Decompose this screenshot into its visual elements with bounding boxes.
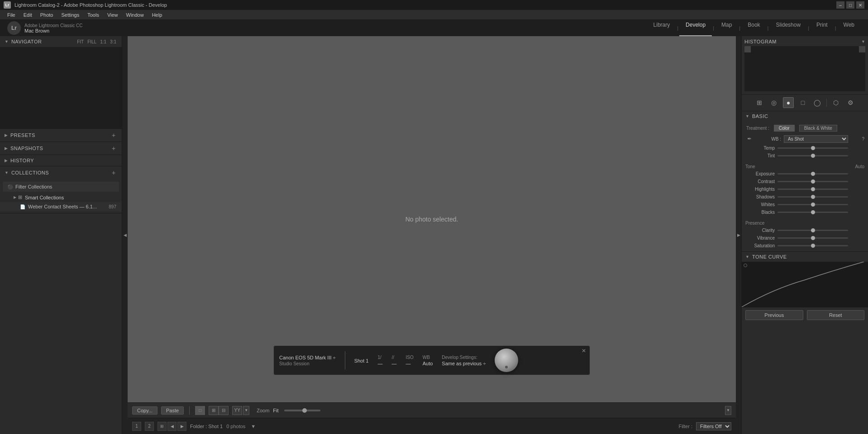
menu-help[interactable]: Help xyxy=(148,11,166,19)
toolbar-collapse-button[interactable]: ▼ xyxy=(725,406,731,415)
histogram-clipping-left[interactable] xyxy=(744,46,751,52)
tone-curve-header[interactable]: ▼ Tone Curve xyxy=(742,252,868,262)
zoom-slider[interactable] xyxy=(284,410,320,411)
settings-tool-button[interactable]: ⚙ xyxy=(845,97,856,108)
camera-info-close[interactable]: ✕ xyxy=(582,348,586,354)
filter-collections-bar[interactable]: ⚫ Filter Collections xyxy=(3,182,119,192)
menu-view[interactable]: View xyxy=(104,11,122,19)
view-single-button[interactable]: □ xyxy=(195,406,205,415)
menu-file[interactable]: File xyxy=(4,11,19,19)
fs-next-btn[interactable]: ▶ xyxy=(177,422,186,431)
contrast-slider[interactable] xyxy=(777,181,848,182)
fs-frame2-button[interactable]: 2 xyxy=(145,422,154,431)
fs-grid-view[interactable]: ⊞ xyxy=(157,422,167,431)
clarity-label: Clarity xyxy=(745,228,775,233)
presets-header[interactable]: ▶ Presets + xyxy=(0,129,122,142)
fit-opt-3-1[interactable]: 3:1 xyxy=(109,39,117,44)
menu-window[interactable]: Window xyxy=(123,11,148,19)
reset-button[interactable]: Reset xyxy=(807,310,865,320)
collections-section: ▼ Collections + ⚫ Filter Collections ▶ xyxy=(0,166,122,213)
histogram-clipping-right[interactable] xyxy=(859,46,865,52)
fs-prev-btn[interactable]: ◀ xyxy=(167,422,176,431)
main-canvas: No photo selected. ✕ Canon EOS 5D Mark I… xyxy=(128,36,736,402)
xy-dropdown[interactable]: ▼ xyxy=(243,406,249,415)
tone-curve-label: Tone Curve xyxy=(752,254,864,259)
auto-button[interactable]: Auto xyxy=(855,164,864,169)
red-eye-button[interactable]: ● xyxy=(783,97,794,108)
left-collapse-tab[interactable]: ◀ xyxy=(122,36,128,434)
shadows-slider[interactable] xyxy=(777,196,848,198)
snapshots-add-button[interactable]: + xyxy=(110,145,117,152)
saturation-slider[interactable] xyxy=(777,245,848,246)
radial-filter-button[interactable]: ◯ xyxy=(812,97,823,108)
menu-photo[interactable]: Photo xyxy=(37,11,57,19)
xy-button[interactable]: YY xyxy=(232,406,242,415)
minimize-button[interactable]: – xyxy=(836,1,844,9)
ci-develop-value[interactable]: Same as previous ÷ xyxy=(442,361,486,366)
basic-content: Treatment : Color Black & White ✒ WB : A… xyxy=(742,121,868,251)
wb-value: ? xyxy=(851,137,864,142)
graduated-filter-button[interactable]: □ xyxy=(797,97,808,108)
collections-header[interactable]: ▼ Collections + xyxy=(0,166,122,179)
highlights-slider[interactable] xyxy=(777,189,848,190)
clarity-slider[interactable] xyxy=(777,230,848,231)
exposure-slider[interactable] xyxy=(777,173,848,175)
module-library[interactable]: Library xyxy=(647,20,677,36)
module-map[interactable]: Map xyxy=(715,20,738,36)
xy-buttons: YY ▼ xyxy=(232,406,249,415)
fit-opt-fill[interactable]: FILL xyxy=(86,39,97,44)
zoom-slider-thumb xyxy=(302,408,307,413)
history-header[interactable]: ▶ History xyxy=(0,155,122,166)
basic-triangle: ▼ xyxy=(745,114,749,118)
smart-collections-row[interactable]: ▶ ⊞ Smart Collections xyxy=(0,193,122,202)
module-print[interactable]: Print xyxy=(810,20,834,36)
spot-removal-button[interactable]: ◎ xyxy=(768,97,779,108)
presence-section-row: Presence xyxy=(742,220,868,226)
menu-edit[interactable]: Edit xyxy=(20,11,36,19)
adjustment-brush-button[interactable]: ⬡ xyxy=(830,97,841,108)
window-controls[interactable]: – □ ✕ xyxy=(836,1,864,9)
fs-frame1-button[interactable]: 1 xyxy=(132,422,141,431)
menu-tools[interactable]: Tools xyxy=(84,11,103,19)
view-grid-button[interactable]: ⊞ xyxy=(209,406,219,415)
history-triangle: ▶ xyxy=(5,158,8,163)
whites-slider[interactable] xyxy=(777,204,848,205)
right-collapse-tab[interactable]: ▶ xyxy=(736,36,741,434)
fs-count-dropdown[interactable]: ▼ xyxy=(251,424,256,429)
wb-eyedropper-icon[interactable]: ✒ xyxy=(745,135,754,143)
module-develop[interactable]: Develop xyxy=(679,20,712,36)
basic-header[interactable]: ▼ Basic xyxy=(742,111,868,121)
temp-slider[interactable] xyxy=(777,147,848,149)
color-button[interactable]: Color xyxy=(774,125,795,132)
presets-add-button[interactable]: + xyxy=(110,132,117,139)
nav-sep-3: | xyxy=(738,20,741,36)
histogram-header[interactable]: Histogram ▼ xyxy=(744,39,865,44)
copy-button[interactable]: Copy... xyxy=(132,406,157,415)
close-button[interactable]: ✕ xyxy=(856,1,864,9)
vibrance-slider[interactable] xyxy=(777,237,848,239)
fs-filter-select[interactable]: Filters Off xyxy=(696,422,731,430)
collections-add-button[interactable]: + xyxy=(110,169,117,176)
ci-wb-section: WB Auto xyxy=(423,355,433,366)
navigator-header[interactable]: ▼ Navigator FIT FILL 1:1 3:1 xyxy=(0,36,122,47)
blacks-slider[interactable] xyxy=(777,212,848,213)
bw-button[interactable]: Black & White xyxy=(799,125,837,132)
maximize-button[interactable]: □ xyxy=(846,1,854,9)
module-web[interactable]: Web xyxy=(837,20,861,36)
zoom-label: Zoom xyxy=(257,408,269,413)
previous-button[interactable]: Previous xyxy=(745,310,803,320)
snapshots-header[interactable]: ▶ Snapshots + xyxy=(0,142,122,155)
paste-button[interactable]: Paste xyxy=(161,406,184,415)
fit-opt-fit[interactable]: FIT xyxy=(76,39,85,44)
ci-dial[interactable] xyxy=(495,349,518,372)
contact-sheet-item[interactable]: 📄 Weber Contact Sheets — 6.1... 897 xyxy=(0,202,122,211)
view-compare-button[interactable]: ⊟ xyxy=(219,406,229,415)
wb-select[interactable]: As Shot xyxy=(784,135,848,143)
module-book[interactable]: Book xyxy=(741,20,766,36)
fit-opt-1-1[interactable]: 1:1 xyxy=(99,39,107,44)
menu-settings[interactable]: Settings xyxy=(57,11,83,19)
crop-tool-button[interactable]: ⊞ xyxy=(754,97,765,108)
tint-slider[interactable] xyxy=(777,155,848,156)
module-slideshow[interactable]: Slideshow xyxy=(769,20,807,36)
tone-curve-dot xyxy=(744,264,747,267)
